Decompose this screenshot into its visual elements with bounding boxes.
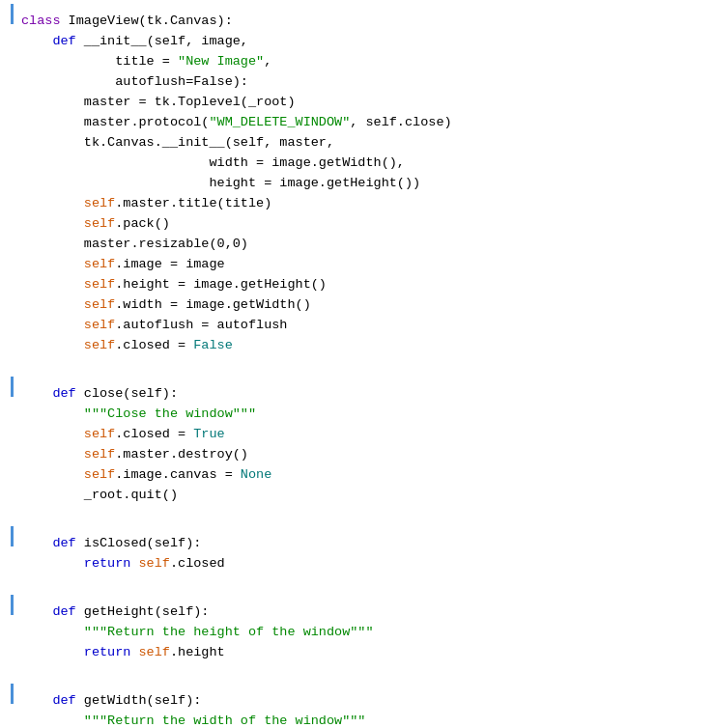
token: def [21,386,84,401]
token: .image = image [115,257,224,271]
token: self [21,338,115,352]
token: "New Image" [178,54,264,69]
token: .height = image.getHeight() [115,277,327,292]
code-tokens [21,574,29,595]
token: self [21,318,115,332]
token: title = [21,54,178,69]
token: master.protocol( [21,115,209,129]
token [21,645,84,659]
code-line-27 [0,574,713,595]
token: close(self): [84,386,178,401]
code-line-23: _root.quit() [0,486,713,506]
code-line-22: self.image.canvas = None [0,465,713,486]
code-tokens: def __init__(self, image, [21,32,248,52]
token: self [21,277,115,292]
token: __init__ [162,135,225,150]
code-tokens: """Return the width of the window""" [21,712,365,728]
code-tokens: tk.Canvas.__init__(self, master, [21,133,334,154]
code-tokens: title = "New Image", [21,52,271,72]
code-line-7: width = image.getWidth(), [0,154,713,174]
line-gutter [0,526,14,546]
code-tokens: height = image.getHeight()) [21,174,420,194]
code-line-10: self.pack() [0,214,713,235]
code-editor: class ImageView(tk.Canvas): def __init__… [0,0,713,728]
code-line-31 [0,663,713,684]
token: __init__ [84,34,147,48]
token: ImageView [69,14,139,28]
code-tokens: """Close the window""" [21,405,256,425]
token: self [130,556,170,571]
code-tokens: self.autoflush = autoflush [21,316,287,336]
code-tokens: master = tk.Toplevel(_root) [21,93,296,113]
token: False [193,338,233,352]
code-tokens [21,506,29,526]
token: def [21,693,84,708]
code-line-1: def __init__(self, image, [0,32,713,52]
code-tokens: _root.quit() [21,486,178,506]
code-tokens: self.closed = False [21,336,233,356]
code-line-18: def close(self): [0,377,713,405]
code-line-19: """Close the window""" [0,405,713,425]
code-line-4: master = tk.Toplevel(_root) [0,93,713,113]
token: return [84,556,131,571]
token: _root.quit() [21,488,178,502]
token: self [21,196,115,210]
token: .closed = [115,427,193,441]
token: isClosed(self): [84,536,202,550]
token: .master.destroy() [115,447,248,462]
code-line-9: self.master.title(title) [0,194,713,214]
token: """Return the width of the window""" [84,714,366,728]
token: .master.title(title) [115,196,271,210]
line-gutter [0,4,14,24]
token: getHeight(self): [84,604,210,619]
code-line-24 [0,506,713,526]
code-line-21: self.master.destroy() [0,445,713,465]
code-tokens: master.resizable(0,0) [21,235,248,255]
line-gutter [0,595,14,615]
code-tokens: master.protocol("WM_DELETE_WINDOW", self… [21,113,452,133]
code-line-17 [0,356,713,377]
code-line-14: self.width = image.getWidth() [0,295,713,316]
token: .pack() [115,216,170,231]
token: """Close the window""" [84,406,256,421]
token: True [193,427,224,441]
code-tokens: class ImageView(tk.Canvas): [21,12,233,32]
token: return [84,645,131,659]
code-line-11: master.resizable(0,0) [0,235,713,255]
token: self [130,645,170,659]
token: , [264,54,271,69]
code-line-12: self.image = image [0,255,713,275]
token: .autoflush = autoflush [115,318,287,332]
token: self [21,467,115,482]
code-tokens: self.image = image [21,255,225,275]
token: self [21,447,115,462]
token: (self, image, [147,34,248,48]
token: getWidth(self): [84,693,202,708]
code-line-15: self.autoflush = autoflush [0,316,713,336]
code-tokens [21,356,29,377]
code-line-8: height = image.getHeight()) [0,174,713,194]
token: (tk.Canvas): [139,14,233,28]
code-line-6: tk.Canvas.__init__(self, master, [0,133,713,154]
code-line-25: def isClosed(self): [0,526,713,554]
token: height = image.getHeight()) [21,176,420,190]
token: def [21,536,84,550]
code-line-2: title = "New Image", [0,52,713,72]
line-gutter [0,377,14,397]
code-tokens: self.pack() [21,214,170,235]
token: """Return the height of the window""" [84,625,374,639]
code-tokens [21,663,29,684]
token: master.resizable(0,0) [21,237,248,251]
token: self [21,427,115,441]
code-tokens: def isClosed(self): [21,534,201,554]
token: .closed = [115,338,193,352]
token: autoflush=False): [21,74,248,89]
code-tokens: return self.closed [21,554,225,574]
code-tokens: self.master.destroy() [21,445,248,465]
token: self [21,257,115,271]
code-line-26: return self.closed [0,554,713,574]
token: class [21,14,69,28]
token [21,714,84,728]
token: self [21,216,115,231]
code-line-29: """Return the height of the window""" [0,623,713,643]
